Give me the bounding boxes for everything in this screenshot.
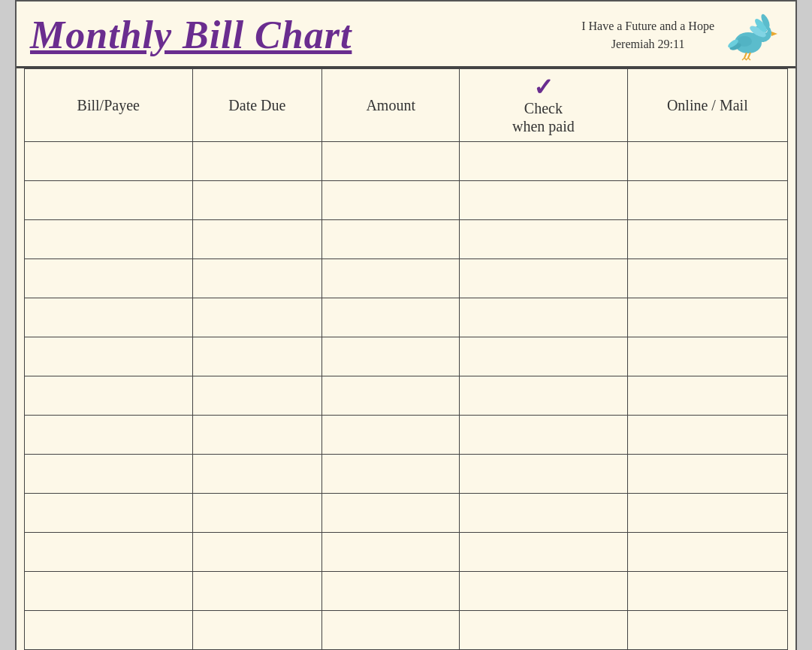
table-cell[interactable] [25, 220, 193, 259]
page-title: Monthly Bill Chart [30, 14, 352, 56]
table-cell[interactable] [460, 572, 628, 611]
table-cell[interactable] [322, 181, 460, 220]
col-header-bill: Bill/Payee [25, 69, 193, 142]
svg-line-13 [748, 58, 750, 60]
table-cell[interactable] [627, 455, 787, 494]
table-cell[interactable] [25, 416, 193, 455]
table-cell[interactable] [322, 337, 460, 376]
table-row [25, 337, 788, 376]
table-cell[interactable] [627, 337, 787, 376]
table-cell[interactable] [322, 220, 460, 259]
table-cell[interactable] [322, 611, 460, 650]
table-cell[interactable] [192, 259, 322, 298]
table-container: Bill/Payee Date Due Amount ✓ Checkwhen p… [17, 68, 795, 650]
col-header-amount: Amount [322, 69, 460, 142]
table-row [25, 142, 788, 181]
header-subtitle: I Have a Future and a Hope Jeremiah 29:1… [581, 17, 714, 53]
table-cell[interactable] [322, 142, 460, 181]
table-cell[interactable] [460, 220, 628, 259]
table-cell[interactable] [25, 533, 193, 572]
table-cell[interactable] [192, 533, 322, 572]
table-row [25, 416, 788, 455]
table-cell[interactable] [322, 416, 460, 455]
table-cell[interactable] [192, 142, 322, 181]
table-cell[interactable] [192, 455, 322, 494]
table-row [25, 455, 788, 494]
table-row [25, 494, 788, 533]
table-cell[interactable] [192, 494, 322, 533]
table-cell[interactable] [25, 611, 193, 650]
table-cell[interactable] [25, 142, 193, 181]
table-cell[interactable] [192, 220, 322, 259]
table-cell[interactable] [25, 259, 193, 298]
table-row [25, 220, 788, 259]
table-cell[interactable] [322, 298, 460, 337]
table-cell[interactable] [627, 181, 787, 220]
table-cell[interactable] [627, 259, 787, 298]
table-cell[interactable] [460, 142, 628, 181]
table-cell[interactable] [25, 337, 193, 376]
table-cell[interactable] [460, 416, 628, 455]
table-cell[interactable] [627, 572, 787, 611]
table-cell[interactable] [25, 376, 193, 416]
table-cell[interactable] [460, 611, 628, 650]
table-cell[interactable] [192, 337, 322, 376]
table-cell[interactable] [192, 572, 322, 611]
svg-line-12 [746, 58, 748, 60]
col-header-date: Date Due [192, 69, 322, 142]
col-header-check: ✓ Checkwhen paid [460, 69, 628, 142]
table-cell[interactable] [322, 259, 460, 298]
page: Monthly Bill Chart I Have a Future and a… [15, 0, 797, 650]
table-cell[interactable] [460, 533, 628, 572]
table-cell[interactable] [460, 181, 628, 220]
table-cell[interactable] [460, 337, 628, 376]
table-row [25, 611, 788, 650]
table-cell[interactable] [627, 376, 787, 416]
table-cell[interactable] [627, 494, 787, 533]
table-cell[interactable] [25, 455, 193, 494]
table-cell[interactable] [627, 611, 787, 650]
table-cell[interactable] [322, 494, 460, 533]
table-cell[interactable] [25, 181, 193, 220]
table-cell[interactable] [25, 572, 193, 611]
table-row [25, 298, 788, 337]
svg-line-10 [742, 58, 744, 60]
table-row [25, 533, 788, 572]
bird-illustration [722, 9, 782, 62]
table-cell[interactable] [627, 142, 787, 181]
table-cell[interactable] [192, 611, 322, 650]
check-label: Checkwhen paid [512, 99, 575, 135]
checkmark-icon: ✓ [533, 75, 554, 99]
table-cell[interactable] [460, 376, 628, 416]
table-cell[interactable] [460, 259, 628, 298]
table-cell[interactable] [322, 572, 460, 611]
table-cell[interactable] [25, 494, 193, 533]
header: Monthly Bill Chart I Have a Future and a… [17, 2, 795, 68]
table-cell[interactable] [25, 298, 193, 337]
table-row [25, 181, 788, 220]
table-cell[interactable] [322, 533, 460, 572]
table-cell[interactable] [192, 298, 322, 337]
table-cell[interactable] [322, 455, 460, 494]
table-cell[interactable] [627, 298, 787, 337]
table-cell[interactable] [627, 533, 787, 572]
table-cell[interactable] [322, 376, 460, 416]
table-cell[interactable] [627, 220, 787, 259]
table-row [25, 572, 788, 611]
table-cell[interactable] [192, 376, 322, 416]
col-header-online: Online / Mail [627, 69, 787, 142]
svg-line-9 [748, 53, 750, 58]
svg-line-8 [744, 53, 747, 58]
table-cell[interactable] [627, 416, 787, 455]
table-cell[interactable] [192, 181, 322, 220]
bill-chart-table: Bill/Payee Date Due Amount ✓ Checkwhen p… [24, 68, 788, 650]
table-cell[interactable] [192, 416, 322, 455]
header-right: I Have a Future and a Hope Jeremiah 29:1… [581, 9, 782, 62]
table-cell[interactable] [460, 494, 628, 533]
table-row [25, 376, 788, 416]
table-row [25, 259, 788, 298]
table-cell[interactable] [460, 455, 628, 494]
svg-marker-2 [771, 32, 777, 36]
table-cell[interactable] [460, 298, 628, 337]
